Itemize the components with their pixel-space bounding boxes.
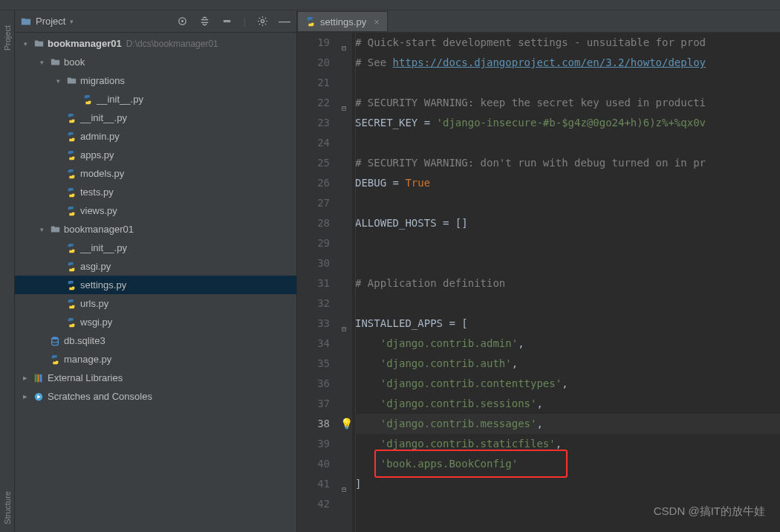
pyfile-icon [65, 261, 77, 273]
tree-item-External-Libraries[interactable]: External Libraries [15, 369, 296, 387]
pyfile-icon [65, 317, 77, 328]
tree-item-bookmanager01[interactable]: bookmanager01D:\dcs\bookmanager01 [15, 34, 296, 53]
locate-icon[interactable] [177, 16, 189, 27]
code-line-33[interactable]: INSTALLED_APPS = [ [355, 314, 780, 334]
code-line-22[interactable]: # SECURITY WARNING: keep the secret key … [355, 93, 780, 113]
tree-label: __init__.py [97, 94, 143, 105]
tree-item-manage-py[interactable]: manage.py [15, 350, 296, 369]
tree-arrow[interactable] [21, 392, 30, 401]
svg-point-2 [261, 19, 264, 22]
tree-item---init---py[interactable]: __init__.py [15, 108, 296, 127]
pyfile-icon [65, 149, 77, 161]
tree-label: tests.py [80, 186, 114, 198]
tree-item-book[interactable]: book [15, 53, 296, 71]
tree-item-bookmanager01[interactable]: bookmanager01 [15, 220, 296, 239]
tree-label: manage.py [64, 354, 111, 365]
tree-label: __init__.py [80, 242, 127, 253]
pyfile-icon [65, 205, 77, 217]
tree-item-db-sqlite3[interactable]: db.sqlite3 [15, 331, 296, 350]
fold-column[interactable]: ⊟⊟⊟⊟ [340, 33, 352, 532]
tree-arrow[interactable] [53, 77, 62, 85]
python-file-icon [305, 16, 316, 27]
tree-item-tests-py[interactable]: tests.py [15, 183, 296, 201]
tree-item-asgi-py[interactable]: asgi.py [15, 257, 296, 276]
tree-item---init---py[interactable]: __init__.py [15, 90, 296, 108]
expand-all-icon[interactable] [199, 16, 211, 27]
tree-label: models.py [80, 168, 124, 179]
fold-marker[interactable]: ⊟ [342, 98, 346, 118]
code-line-30[interactable] [355, 253, 780, 273]
project-icon [21, 16, 31, 27]
code-line-23[interactable]: SECRET_KEY = 'django-insecure-#b-$g4z@0g… [355, 113, 780, 133]
pyfile-icon [65, 298, 77, 310]
tree-arrow[interactable] [21, 373, 30, 383]
editor-tab-label: settings.py [320, 16, 366, 27]
structure-tool-tab[interactable]: Structure [3, 491, 12, 525]
svg-point-1 [181, 20, 183, 22]
tree-item-admin-py[interactable]: admin.py [15, 127, 296, 146]
settings-gear-icon[interactable] [256, 16, 268, 27]
hide-panel-icon[interactable]: — [279, 16, 290, 27]
folder-icon [49, 56, 61, 68]
folder-icon [65, 75, 77, 87]
scratch-icon [33, 391, 45, 403]
code-line-29[interactable] [355, 233, 780, 253]
project-tree[interactable]: bookmanager01D:\dcs\bookmanager01bookmig… [15, 33, 296, 532]
code-line-31[interactable]: # Application definition [355, 273, 780, 293]
tree-label: db.sqlite3 [64, 335, 105, 346]
code-line-21[interactable] [355, 73, 780, 93]
tree-item-views-py[interactable]: views.py [15, 201, 296, 220]
tree-item-models-py[interactable]: models.py [15, 164, 296, 183]
code-line-38[interactable]: 'django.contrib.messages',💡 [355, 414, 780, 434]
tree-label: migrations [80, 75, 125, 86]
tree-arrow[interactable] [37, 59, 46, 66]
code-line-28[interactable]: ALLOWED_HOSTS = [] [355, 213, 780, 233]
code-line-32[interactable] [355, 293, 780, 314]
code-line-27[interactable] [355, 193, 780, 213]
tree-label: wsgi.py [80, 317, 112, 328]
tree-item-migrations[interactable]: migrations [15, 71, 296, 90]
fold-marker[interactable]: ⊟ [342, 319, 346, 339]
tree-item-settings-py[interactable]: settings.py [15, 276, 296, 294]
pyfile-icon [49, 354, 61, 366]
fold-marker[interactable]: ⊟ [342, 38, 346, 58]
tree-item-wsgi-py[interactable]: wsgi.py [15, 313, 296, 331]
code-line-36[interactable]: 'django.contrib.contenttypes', [355, 374, 780, 394]
project-panel: Project ▾ | — bookmanager01D:\dcs\bookma… [15, 10, 297, 532]
tree-label: __init__.py [80, 112, 127, 123]
tree-arrow[interactable] [21, 40, 30, 48]
code-line-26[interactable]: DEBUG = True [355, 173, 780, 193]
tree-arrow[interactable] [37, 226, 46, 233]
code-content[interactable]: # Quick-start development settings - uns… [352, 33, 780, 532]
annotation-highlight-box [374, 450, 568, 478]
tree-item---init---py[interactable]: __init__.py [15, 239, 296, 257]
intention-bulb-icon[interactable]: 💡 [340, 414, 353, 434]
tree-item-Scratches-and-Consoles[interactable]: Scratches and Consoles [15, 387, 296, 406]
code-line-25[interactable]: # SECURITY WARNING: don't run with debug… [355, 153, 780, 173]
code-line-24[interactable] [355, 133, 780, 153]
line-number-gutter: 1920212223242526272829303132333435363738… [297, 33, 340, 532]
project-tool-tab[interactable]: Project [3, 25, 12, 51]
editor-area: settings.py × 19202122232425262728293031… [297, 10, 780, 532]
tree-label: apps.py [80, 149, 114, 160]
editor-tab-settings[interactable]: settings.py × [297, 11, 388, 32]
fold-marker[interactable]: ⊟ [342, 479, 346, 499]
tree-label: bookmanager01 [64, 224, 134, 235]
lib-icon [33, 372, 45, 384]
code-line-35[interactable]: 'django.contrib.auth', [355, 354, 780, 374]
code-line-34[interactable]: 'django.contrib.admin', [355, 334, 780, 354]
code-line-37[interactable]: 'django.contrib.sessions', [355, 394, 780, 414]
tree-item-urls-py[interactable]: urls.py [15, 294, 296, 313]
close-tab-icon[interactable]: × [374, 16, 380, 27]
code-line-20[interactable]: # See https://docs.djangoproject.com/en/… [355, 53, 780, 73]
collapse-all-icon[interactable] [221, 16, 233, 27]
tree-path: D:\dcs\bookmanager01 [126, 39, 218, 49]
code-line-19[interactable]: # Quick-start development settings - uns… [355, 33, 780, 53]
tree-label: Scratches and Consoles [48, 391, 152, 402]
code-editor[interactable]: 1920212223242526272829303132333435363738… [297, 33, 780, 532]
tree-item-apps-py[interactable]: apps.py [15, 146, 296, 164]
project-view-dropdown[interactable]: ▾ [70, 18, 74, 25]
pyfile-icon [65, 112, 77, 124]
pyfile-icon [65, 242, 77, 254]
svg-rect-5 [37, 374, 39, 382]
